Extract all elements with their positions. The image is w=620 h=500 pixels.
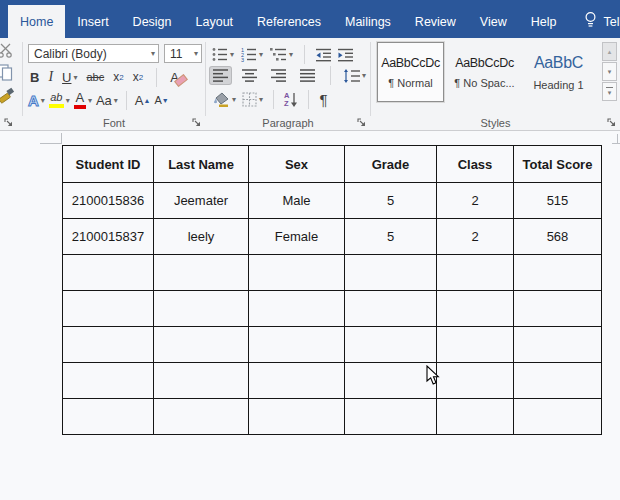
table-cell[interactable]: 2100015837 — [63, 219, 154, 255]
table-cell[interactable] — [63, 327, 154, 363]
styles-gallery-more-button[interactable]: ▾ — [602, 82, 617, 101]
table-cell[interactable] — [63, 399, 154, 435]
style-normal[interactable]: AaBbCcDc ¶ Normal — [377, 42, 444, 102]
header-cell[interactable]: Total Score — [514, 146, 602, 183]
borders-button[interactable]: ▾ — [242, 92, 263, 107]
tell-me-box[interactable]: Tell — [570, 5, 620, 38]
table-cell[interactable] — [514, 399, 602, 435]
decrease-indent-button[interactable] — [316, 48, 331, 62]
table-cell[interactable]: leely — [154, 219, 249, 255]
table-cell[interactable] — [514, 363, 602, 399]
table-cell[interactable]: 568 — [514, 219, 602, 255]
shrink-font-button[interactable]: A▼ — [154, 94, 168, 106]
italic-button[interactable]: I — [48, 69, 53, 85]
highlight-color-button[interactable]: ab ▾ — [49, 92, 70, 108]
tab-references[interactable]: References — [245, 5, 333, 38]
table-cell[interactable] — [345, 291, 437, 327]
align-right-button[interactable] — [268, 67, 289, 84]
align-left-button[interactable] — [210, 67, 231, 84]
table-cell[interactable] — [345, 363, 437, 399]
table-cell[interactable] — [514, 291, 602, 327]
superscript-button[interactable]: x2 — [133, 70, 143, 84]
table-cell[interactable] — [154, 363, 249, 399]
font-color-button[interactable]: A ▾ — [74, 91, 92, 109]
cut-icon[interactable] — [0, 43, 15, 62]
table-cell[interactable] — [249, 399, 345, 435]
styles-scroll-up-button[interactable]: ▴ — [602, 42, 617, 61]
document-canvas[interactable]: Student ID Last Name Sex Grade Class Tot… — [0, 132, 620, 500]
tab-mailings[interactable]: Mailings — [333, 5, 403, 38]
multilevel-list-button[interactable]: ▾ — [270, 47, 293, 62]
table-cell[interactable]: 515 — [514, 183, 602, 219]
header-cell[interactable]: Class — [437, 146, 514, 183]
table-cell[interactable] — [154, 327, 249, 363]
font-name-combobox[interactable]: Calibri (Body) ▾ — [28, 44, 159, 63]
line-spacing-button[interactable]: ▾ — [343, 69, 366, 83]
table-cell[interactable] — [345, 255, 437, 291]
table-cell[interactable] — [514, 255, 602, 291]
styles-dialog-launcher-icon[interactable] — [606, 117, 617, 128]
table-cell[interactable]: Jeemater — [154, 183, 249, 219]
table-cell[interactable] — [154, 291, 249, 327]
change-case-button[interactable]: Aa ▾ — [96, 93, 118, 108]
shading-button[interactable]: ▾ — [212, 92, 236, 108]
show-paragraph-marks-button[interactable]: ¶ — [319, 91, 327, 108]
table-cell[interactable] — [249, 255, 345, 291]
text-effects-button[interactable]: A ▾ — [28, 92, 45, 109]
table-cell[interactable] — [437, 291, 514, 327]
table-cell[interactable]: 2 — [437, 183, 514, 219]
tab-layout[interactable]: Layout — [184, 5, 246, 38]
table-cell[interactable]: 5 — [345, 219, 437, 255]
bold-button[interactable]: B — [30, 70, 39, 85]
table-cell[interactable] — [249, 291, 345, 327]
tab-review[interactable]: Review — [403, 5, 468, 38]
table-cell[interactable] — [63, 291, 154, 327]
bullets-button[interactable]: ▾ — [212, 47, 234, 62]
style-no-spacing[interactable]: AaBbCcDc ¶ No Spac... — [451, 42, 518, 102]
table-cell[interactable] — [345, 399, 437, 435]
table-cell[interactable] — [63, 363, 154, 399]
align-center-button[interactable] — [239, 67, 260, 84]
copy-icon[interactable] — [0, 64, 14, 85]
table-cell[interactable] — [437, 363, 514, 399]
strikethrough-button[interactable]: abc — [86, 71, 104, 83]
table-cell[interactable] — [154, 255, 249, 291]
style-heading-1[interactable]: AaBbC Heading 1 — [525, 42, 592, 102]
tab-home[interactable]: Home — [8, 5, 65, 38]
tab-insert[interactable]: Insert — [65, 5, 120, 38]
subscript-button[interactable]: x2 — [113, 70, 123, 84]
table-cell[interactable] — [249, 327, 345, 363]
clipboard-dialog-launcher-icon[interactable] — [3, 117, 14, 128]
header-cell[interactable]: Grade — [345, 146, 437, 183]
table-cell[interactable] — [437, 255, 514, 291]
table-cell[interactable] — [437, 327, 514, 363]
tab-design[interactable]: Design — [121, 5, 184, 38]
table-cell[interactable] — [249, 363, 345, 399]
grow-font-button[interactable]: A▲ — [135, 93, 151, 108]
table-cell[interactable]: Male — [249, 183, 345, 219]
underline-button[interactable]: U ▾ — [62, 70, 77, 85]
paragraph-dialog-launcher-icon[interactable] — [356, 117, 367, 128]
table-cell[interactable] — [514, 327, 602, 363]
tab-help[interactable]: Help — [519, 5, 569, 38]
increase-indent-button[interactable] — [338, 48, 353, 62]
header-cell[interactable]: Last Name — [154, 146, 249, 183]
tab-view[interactable]: View — [468, 5, 519, 38]
table-cell[interactable]: 2 — [437, 219, 514, 255]
table-cell[interactable]: Female — [249, 219, 345, 255]
table-cell[interactable]: 5 — [345, 183, 437, 219]
styles-scroll-down-button[interactable]: ▾ — [602, 62, 617, 81]
clear-formatting-button[interactable]: A — [170, 70, 179, 85]
table-cell[interactable] — [63, 255, 154, 291]
format-painter-icon[interactable] — [0, 87, 14, 108]
font-size-combobox[interactable]: 11 ▾ — [164, 44, 202, 63]
header-cell[interactable]: Student ID — [63, 146, 154, 183]
table-cell[interactable]: 2100015836 — [63, 183, 154, 219]
table-cell[interactable] — [345, 327, 437, 363]
header-cell[interactable]: Sex — [249, 146, 345, 183]
font-dialog-launcher-icon[interactable] — [191, 117, 202, 128]
table-cell[interactable] — [437, 399, 514, 435]
numbering-button[interactable]: 1 2 3 ▾ — [241, 47, 263, 62]
table-cell[interactable] — [154, 399, 249, 435]
justify-button[interactable] — [297, 67, 318, 84]
